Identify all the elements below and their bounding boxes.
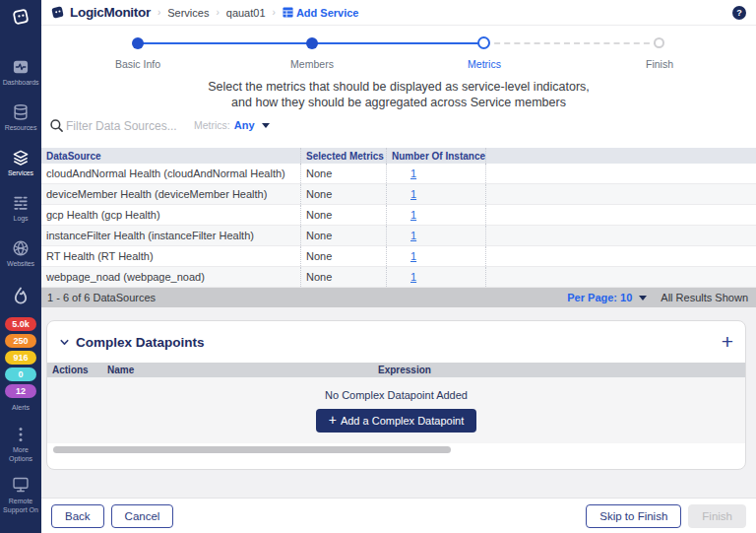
datasource-name: gcp Health (gcp Health)	[41, 205, 300, 225]
step-label-members: Members	[290, 58, 334, 70]
datasource-name: RT Health (RT Health)	[41, 246, 300, 266]
step-dot-metrics[interactable]	[477, 36, 490, 49]
empty-state: No Complex Datapoint Added + Add a Compl…	[47, 377, 745, 443]
step-label-basic-info: Basic Info	[115, 58, 160, 70]
add-datapoint-plus-icon[interactable]: +	[722, 332, 733, 352]
alert-badge-error[interactable]: 250	[5, 334, 36, 348]
sidebar-item-resources[interactable]: Resources	[5, 102, 37, 131]
table-row[interactable]: gcp Health (gcp Health) None 1	[41, 205, 756, 226]
logicmonitor-logo-icon[interactable]	[10, 6, 32, 28]
instances-link[interactable]: 1	[410, 188, 416, 200]
brand-name: LogicMonitor	[70, 5, 151, 20]
services-icon	[11, 148, 31, 167]
column-header-actions: Actions	[47, 365, 102, 375]
breadcrumb-separator: ›	[216, 7, 219, 18]
add-complex-datapoint-button[interactable]: + Add a Complex Datapoint	[316, 409, 477, 433]
alert-badge-info[interactable]: 0	[5, 367, 36, 381]
results-range: 1 - 6 of 6 DataSources	[41, 292, 156, 303]
datasource-table: DataSource Selected Metrics Number Of In…	[41, 148, 756, 307]
more-options-label: More Options	[3, 445, 38, 463]
datasource-name: instanceFilter Health (instanceFilter He…	[41, 226, 300, 245]
instances-link[interactable]: 1	[410, 250, 416, 262]
column-header-datasource[interactable]: DataSource	[41, 148, 300, 164]
skip-to-finish-button[interactable]: Skip to Finish	[586, 504, 681, 528]
datasource-name: deviceMember Health (deviceMember Health…	[41, 184, 300, 204]
horizontal-scrollbar	[47, 443, 745, 456]
selected-metrics-value: None	[300, 205, 386, 225]
filter-row: Metrics: Any	[41, 110, 756, 148]
table-row[interactable]: instanceFilter Health (instanceFilter He…	[41, 226, 756, 246]
chevron-down-icon	[639, 296, 647, 300]
help-icon[interactable]: ?	[732, 6, 746, 20]
breadcrumb-qauat01[interactable]: qauat01	[226, 7, 266, 19]
table-row[interactable]: RT Health (RT Health) None 1	[41, 246, 756, 267]
table-footer: 1 - 6 of 6 DataSources Per Page: 10 All …	[41, 288, 756, 307]
instructions-line2: and how they should be aggregated across…	[41, 95, 756, 110]
cancel-button[interactable]: Cancel	[111, 504, 174, 528]
finish-button[interactable]: Finish	[688, 504, 746, 528]
breadcrumb-separator: ›	[158, 7, 160, 18]
chevron-down-icon	[262, 123, 270, 128]
selected-metrics-value: None	[300, 226, 386, 245]
column-header-number-of-instances[interactable]: Number Of Instances	[386, 148, 485, 164]
instances-link[interactable]: 1	[410, 167, 416, 179]
collapse-chevron-icon[interactable]	[59, 337, 70, 348]
column-header-name: Name	[102, 365, 373, 375]
scrollbar-thumb[interactable]	[53, 446, 451, 453]
metrics-filter-dropdown[interactable]: Metrics: Any	[194, 119, 270, 131]
main-content: LogicMonitor › Services › qauat01 › Add …	[41, 0, 756, 533]
step-label-metrics: Metrics	[468, 58, 501, 70]
section-title: Complex Datapoints	[76, 335, 205, 350]
sidebar-item-websites[interactable]: Websites	[7, 238, 34, 267]
alert-badge-other[interactable]: 12	[5, 384, 36, 398]
per-page-dropdown[interactable]: Per Page: 10	[567, 292, 647, 303]
search-icon[interactable]	[49, 118, 64, 133]
selected-metrics-value: None	[300, 246, 386, 266]
table-row[interactable]: deviceMember Health (deviceMember Health…	[41, 184, 756, 205]
selected-metrics-value: None	[300, 184, 386, 204]
alerts-flame-icon	[9, 285, 32, 308]
instances-link[interactable]: 1	[410, 271, 416, 283]
bottom-action-bar: Back Cancel Skip to Finish Finish	[41, 498, 756, 533]
plus-icon: +	[329, 415, 337, 426]
datasource-name: cloudAndNormal Health (cloudAndNormal He…	[41, 164, 300, 183]
alert-badges: 5.0k 250 916 0 12 Alerts	[5, 317, 36, 411]
lower-panel: Complex Datapoints + Actions Name Expres…	[41, 307, 756, 498]
step-dot-finish[interactable]	[654, 37, 664, 48]
sidebar-item-label: Resources	[5, 124, 37, 131]
topbar: LogicMonitor › Services › qauat01 › Add …	[41, 0, 756, 26]
alert-badge-critical[interactable]: 5.0k	[5, 317, 36, 331]
breadcrumb-services[interactable]: Services	[167, 7, 209, 19]
sidebar-item-dashboards[interactable]: Dashboards	[3, 57, 39, 86]
sidebar-remote-support[interactable]: Remote Support On	[3, 476, 38, 514]
alert-badge-warning[interactable]: 916	[5, 351, 36, 365]
instructions-line1: Select the metrics that should be displa…	[41, 79, 756, 95]
all-results-shown: All Results Shown	[661, 292, 748, 303]
breadcrumb-separator: ›	[273, 7, 276, 18]
sidebar-item-logs[interactable]: Logs	[11, 193, 31, 222]
back-button[interactable]: Back	[51, 504, 104, 528]
per-page-value: 10	[620, 292, 632, 303]
table-row[interactable]: webpage_noad (webpage_noad) None 1	[41, 267, 756, 288]
sidebar-item-services[interactable]: Services	[8, 148, 33, 176]
more-options-icon	[14, 427, 28, 442]
instances-link[interactable]: 1	[410, 209, 416, 221]
alerts-label: Alerts	[12, 404, 30, 411]
column-header-empty	[485, 148, 756, 164]
step-label-finish: Finish	[646, 58, 673, 70]
sidebar-item-label: Websites	[7, 260, 34, 267]
wizard-stepper: Basic Info Members Metrics Finish	[41, 26, 756, 75]
websites-icon	[11, 238, 31, 258]
step-dot-members[interactable]	[306, 37, 318, 49]
selected-metrics-value: None	[300, 164, 386, 183]
table-row[interactable]: cloudAndNormal Health (cloudAndNormal He…	[41, 164, 756, 184]
instances-link[interactable]: 1	[410, 230, 416, 241]
instructions: Select the metrics that should be displa…	[41, 75, 756, 110]
resources-icon	[11, 102, 31, 122]
sidebar-more-options[interactable]: More Options	[3, 427, 38, 463]
column-header-selected-metrics[interactable]: Selected Metrics	[300, 148, 386, 164]
step-dot-basic-info[interactable]	[132, 37, 144, 49]
search-input[interactable]	[66, 116, 184, 136]
sidebar-item-label: Dashboards	[3, 79, 39, 86]
column-header-expression: Expression	[373, 365, 745, 375]
